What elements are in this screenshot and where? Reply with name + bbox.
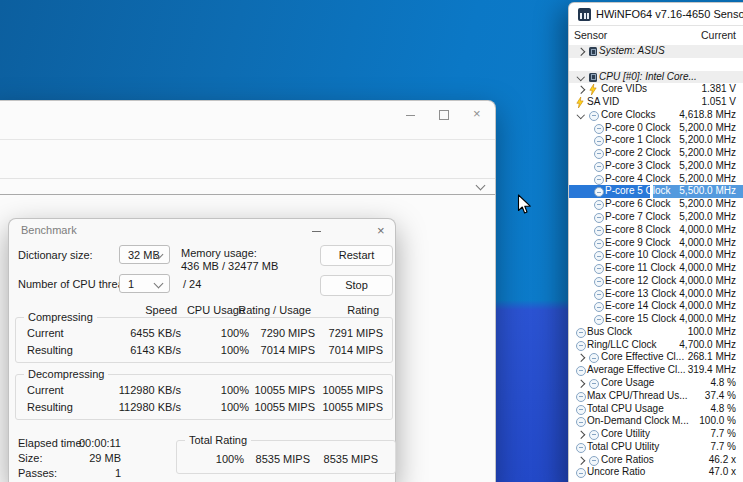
sensor-label: E-core 10 Clock <box>605 249 676 262</box>
chevron-right-icon[interactable] <box>577 431 585 439</box>
hwinfo-window: HWiNFO64 v7.16-4650 Sensor Status Sensor… <box>568 2 743 482</box>
sensor-row[interactable]: SA VID1.051 V <box>569 96 743 109</box>
sensor-row[interactable]: P-core 5 Clock5,500.0 MHz <box>569 185 743 198</box>
minimize-icon[interactable] <box>312 231 321 232</box>
sensor-row[interactable]: E-core 15 Clock4,000.0 MHz <box>569 313 743 326</box>
sensor-row[interactable]: P-core 6 Clock5,200.0 MHz <box>569 198 743 211</box>
sensor-value: 268.1 MHz <box>688 351 736 364</box>
sensor-row[interactable]: E-core 11 Clock4,000.0 MHz <box>569 262 743 275</box>
chevron-down-icon[interactable] <box>476 181 486 191</box>
section-label: Decompressing <box>24 368 108 380</box>
sensor-label: P-core 6 Clock <box>605 198 671 211</box>
sensor-row[interactable]: E-core 13 Clock4,000.0 MHz <box>569 288 743 301</box>
clock-icon <box>576 328 586 338</box>
sensor-row[interactable]: Total CPU Usage4.8 % <box>569 403 743 416</box>
hwinfo-app-icon <box>578 8 591 21</box>
sensor-label: E-core 13 Clock <box>605 288 676 301</box>
stop-button[interactable]: Stop <box>320 275 393 296</box>
sensor-value: 4,000.0 MHz <box>679 249 736 262</box>
chevron-right-icon[interactable] <box>577 48 585 56</box>
column-header-sensor[interactable]: Sensor <box>574 29 607 41</box>
chevron-right-icon[interactable] <box>577 380 585 388</box>
dictionary-size-select[interactable]: 32 MB <box>119 245 170 264</box>
sensor-row[interactable]: Average Effective Cl...319.4 MHz <box>569 364 743 377</box>
elapsed-time-value: 00:00:11 <box>79 437 121 449</box>
hwinfo-titlebar[interactable]: HWiNFO64 v7.16-4650 Sensor Status <box>569 3 743 26</box>
sensor-row[interactable]: Uncore Ratio47.0 x <box>569 466 743 479</box>
close-icon[interactable]: × <box>473 107 481 120</box>
row-value: 10055 MIPS <box>322 401 383 413</box>
sensor-row[interactable]: P-core 2 Clock5,200.0 MHz <box>569 147 743 160</box>
sensor-row[interactable]: System: ASUS <box>569 45 743 58</box>
sensor-row[interactable]: P-core 3 Clock5,200.0 MHz <box>569 160 743 173</box>
clock-icon <box>594 277 604 287</box>
section-decompressing: DecompressingCurrent112980 KB/s100%10055… <box>15 374 393 420</box>
sensor-row[interactable]: Total CPU Utility7.7 % <box>569 441 743 454</box>
sensor-label: Max CPU/Thread Us... <box>587 390 688 403</box>
sensor-row[interactable]: Core Effective Cl...268.1 MHz <box>569 351 743 364</box>
sensor-row[interactable]: P-core 0 Clock5,200.0 MHz <box>569 122 743 135</box>
sensor-label: Core Effective Cl... <box>601 351 684 364</box>
sensor-row[interactable]: E-core 14 Clock4,000.0 MHz <box>569 300 743 313</box>
memory-usage-label: Memory usage: <box>181 247 257 259</box>
sensor-label: Core Usage <box>601 377 654 390</box>
passes-value: 1 <box>115 467 121 479</box>
column-header-current[interactable]: Current <box>701 29 736 41</box>
sensor-row[interactable]: P-core 7 Clock5,200.0 MHz <box>569 211 743 224</box>
sensor-row[interactable]: On-Demand Clock M...100.0 % <box>569 415 743 428</box>
row-value: 7014 MIPS <box>261 344 315 356</box>
row-value: 10055 MIPS <box>254 401 315 413</box>
sensor-label: E-core 8 Clock <box>605 224 671 237</box>
sensor-value: 7.7 % <box>710 428 736 441</box>
chevron-down-icon[interactable] <box>577 72 585 80</box>
maximize-icon[interactable] <box>439 110 449 120</box>
background-window-titlebar[interactable] <box>0 101 495 139</box>
restart-button[interactable]: Restart <box>320 245 393 266</box>
sensor-row[interactable]: Max CPU/Thread Us...37.4 % <box>569 390 743 403</box>
section-label: Compressing <box>24 311 97 323</box>
sensor-row[interactable]: Core Utility7.7 % <box>569 428 743 441</box>
clock-icon <box>576 417 586 427</box>
table-header-cpu-usage: CPU Usage <box>187 304 245 316</box>
chevron-right-icon[interactable] <box>577 456 585 464</box>
clock-icon <box>594 162 604 172</box>
row-value: 7291 MIPS <box>329 327 383 339</box>
chevron-right-icon[interactable] <box>577 86 585 94</box>
sensor-value: 4,000.0 MHz <box>679 262 736 275</box>
row-label: Current <box>27 384 64 396</box>
row-value: 10055 MIPS <box>322 384 383 396</box>
clock-icon <box>594 136 604 146</box>
clock-icon <box>576 405 586 415</box>
sensor-label: E-core 14 Clock <box>605 300 676 313</box>
sensor-row[interactable]: E-core 8 Clock4,000.0 MHz <box>569 224 743 237</box>
sensor-label: P-core 7 Clock <box>605 211 671 224</box>
chevron-right-icon[interactable] <box>577 354 585 362</box>
cpu-threads-select[interactable]: 1 <box>119 274 170 293</box>
sensor-row[interactable]: Bus Clock100.0 MHz <box>569 326 743 339</box>
sensor-row[interactable]: P-core 1 Clock5,200.0 MHz <box>569 134 743 147</box>
chevron-down-icon[interactable] <box>577 111 585 119</box>
sensor-label: System: ASUS <box>599 45 665 58</box>
sensor-row[interactable]: Core VIDs1.381 V <box>569 83 743 96</box>
close-icon[interactable]: × <box>377 224 385 237</box>
sensor-row[interactable]: P-core 4 Clock5,200.0 MHz <box>569 173 743 186</box>
sensor-row-spacer <box>569 58 743 71</box>
chip-icon <box>589 73 597 82</box>
sensor-label: P-core 1 Clock <box>605 134 671 147</box>
sensor-row[interactable]: Core Usage4.8 % <box>569 377 743 390</box>
sensor-row[interactable]: E-core 9 Clock4,000.0 MHz <box>569 237 743 250</box>
benchmark-window: Benchmark × Dictionary size: 32 MB Memor… <box>8 218 396 482</box>
addressbar-separator-bottom <box>0 194 495 195</box>
sensor-label: E-core 9 Clock <box>605 237 671 250</box>
minimize-icon[interactable] <box>406 115 415 116</box>
toolbar-separator <box>0 139 495 140</box>
clock-icon <box>594 251 604 261</box>
address-combobox[interactable] <box>0 178 495 194</box>
sensor-row[interactable]: E-core 12 Clock4,000.0 MHz <box>569 275 743 288</box>
sensor-row[interactable]: Ring/LLC Clock4,700.0 MHz <box>569 339 743 352</box>
sensor-row[interactable]: CPU [#0]: Intel Core... <box>569 71 743 84</box>
row-value: 6143 KB/s <box>130 344 181 356</box>
sensor-row[interactable]: E-core 10 Clock4,000.0 MHz <box>569 249 743 262</box>
sensor-row[interactable]: Core Clocks4,618.8 MHz <box>569 109 743 122</box>
sensor-row[interactable]: Core Ratios46.2 x <box>569 454 743 467</box>
